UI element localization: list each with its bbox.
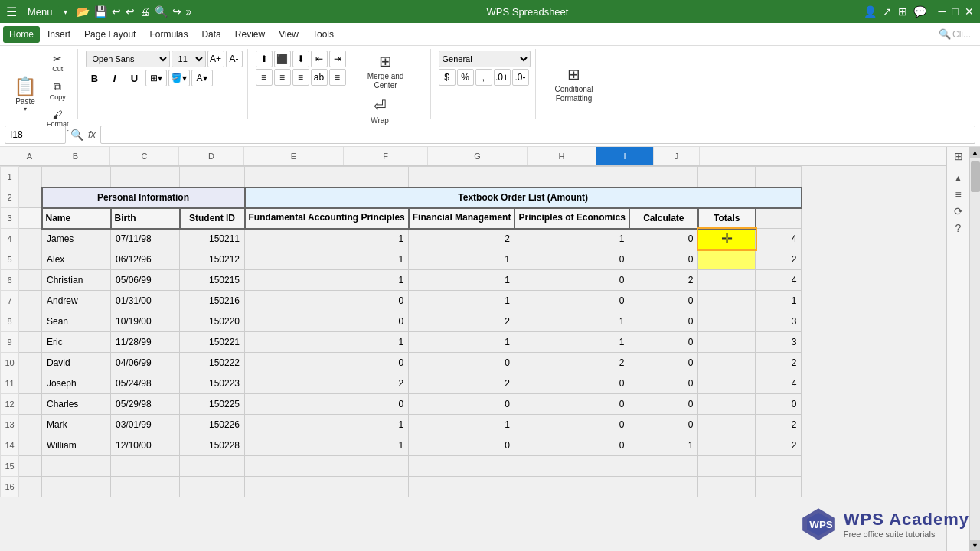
- search-icon[interactable]: 🔍: [939, 28, 951, 40]
- menu-review[interactable]: Review: [229, 26, 271, 43]
- cell-a2[interactable]: [19, 187, 42, 208]
- cell-g1[interactable]: [514, 167, 629, 187]
- vertical-scrollbar[interactable]: ▲ ▼: [969, 147, 980, 551]
- cell-sid-14[interactable]: 150228: [180, 435, 245, 456]
- font-size-decrease-button[interactable]: A-: [226, 51, 243, 67]
- cell-j11[interactable]: 4: [756, 373, 802, 394]
- dec-increase-button[interactable]: .0+: [494, 69, 511, 86]
- undo-icon[interactable]: ↩: [112, 5, 121, 18]
- row-header[interactable]: 8: [1, 311, 19, 332]
- cell-e7[interactable]: 0: [245, 291, 409, 311]
- justify-button[interactable]: ≡: [329, 69, 346, 86]
- font-color-button[interactable]: A▾: [191, 70, 213, 86]
- align-bottom-button[interactable]: ⬇: [292, 51, 309, 67]
- cell-birth-8[interactable]: 10/19/00: [111, 311, 180, 332]
- cell-h10[interactable]: 0: [629, 353, 698, 373]
- cell-h9[interactable]: 0: [629, 332, 698, 353]
- bold-button[interactable]: B: [86, 69, 104, 87]
- cell-f6[interactable]: 1: [409, 270, 515, 291]
- cell-e6[interactable]: 1: [245, 270, 409, 291]
- align-right-button[interactable]: ≡: [292, 69, 309, 86]
- cell-e4[interactable]: 1: [245, 229, 409, 249]
- cell-e13[interactable]: 1: [245, 415, 409, 435]
- cell-sid-13[interactable]: 150226: [180, 415, 245, 435]
- minimize-icon[interactable]: ─: [939, 5, 946, 18]
- cell-i11[interactable]: [698, 373, 756, 394]
- search-formula-icon[interactable]: 🔍: [70, 129, 83, 141]
- chat-icon[interactable]: 💬: [913, 5, 926, 18]
- row-header[interactable]: 5: [1, 249, 19, 270]
- row-header[interactable]: 13: [1, 415, 19, 435]
- cell-f9[interactable]: 1: [409, 332, 515, 353]
- cell-a7[interactable]: [19, 291, 42, 311]
- col-header-j[interactable]: J: [654, 147, 700, 165]
- cell-j12[interactable]: 0: [756, 394, 802, 415]
- cell-f4[interactable]: 2: [409, 229, 515, 249]
- cell-j3[interactable]: [756, 208, 802, 229]
- cell-j5[interactable]: 2: [756, 249, 802, 270]
- cell-f14[interactable]: 0: [409, 435, 515, 456]
- align-top-button[interactable]: ⬆: [256, 51, 273, 67]
- cell-a1[interactable]: [19, 167, 42, 187]
- menu-page-layout[interactable]: Page Layout: [78, 26, 142, 43]
- align-middle-button[interactable]: ⬛: [274, 51, 291, 67]
- cell-name-4[interactable]: James: [42, 229, 111, 249]
- col-header-c[interactable]: C: [110, 147, 179, 165]
- indent-dec-button[interactable]: ⇤: [311, 51, 328, 67]
- format-cells-icon[interactable]: ⊞: [954, 150, 963, 162]
- cell-a11[interactable]: [19, 373, 42, 394]
- menu-tools[interactable]: Tools: [306, 26, 340, 43]
- cell-e14[interactable]: 1: [245, 435, 409, 456]
- col-header-e[interactable]: E: [244, 147, 344, 165]
- cell-d15[interactable]: [180, 456, 245, 477]
- cell-i4-selected[interactable]: ✛: [698, 229, 756, 249]
- cell-a6[interactable]: [19, 270, 42, 291]
- percent-button[interactable]: %: [457, 69, 474, 86]
- scroll-thumb[interactable]: [971, 161, 980, 192]
- cell-i14[interactable]: [698, 435, 756, 456]
- borders-button[interactable]: ⊞▾: [145, 70, 167, 86]
- cell-b16[interactable]: [42, 477, 111, 497]
- cell-i12[interactable]: [698, 394, 756, 415]
- cell-j13[interactable]: 2: [756, 415, 802, 435]
- col-header-d[interactable]: D: [179, 147, 244, 165]
- cell-f7[interactable]: 1: [409, 291, 515, 311]
- open-icon[interactable]: 📂: [77, 5, 90, 18]
- view-icon[interactable]: ⊞: [898, 5, 907, 18]
- col-header-a[interactable]: A: [18, 147, 41, 165]
- cell-g6[interactable]: 0: [514, 270, 629, 291]
- cell-sid-6[interactable]: 150215: [180, 270, 245, 291]
- menu-insert[interactable]: Insert: [41, 26, 77, 43]
- right-tool-2[interactable]: ⟳: [954, 205, 963, 217]
- cell-e1[interactable]: [245, 167, 409, 187]
- cell-d1[interactable]: [180, 167, 245, 187]
- cell-j10[interactable]: 2: [756, 353, 802, 373]
- cell-birth-7[interactable]: 01/31/00: [111, 291, 180, 311]
- cell-j8[interactable]: 3: [756, 311, 802, 332]
- cell-a14[interactable]: [19, 435, 42, 456]
- cell-birth-11[interactable]: 05/24/98: [111, 373, 180, 394]
- maximize-icon[interactable]: □: [952, 5, 959, 18]
- cell-b1[interactable]: [42, 167, 111, 187]
- undo2-icon[interactable]: ↩: [126, 5, 135, 18]
- font-name-select[interactable]: Open Sans: [86, 51, 170, 67]
- row-header[interactable]: 2: [1, 187, 19, 208]
- cell-c16[interactable]: [111, 477, 180, 497]
- row-header[interactable]: 4: [1, 229, 19, 249]
- search-text[interactable]: Cli...: [952, 29, 971, 40]
- cell-birth-13[interactable]: 03/01/99: [111, 415, 180, 435]
- cell-j16[interactable]: [756, 477, 802, 497]
- cell-f13[interactable]: 1: [409, 415, 515, 435]
- cell-h8[interactable]: 0: [629, 311, 698, 332]
- font-size-increase-button[interactable]: A+: [207, 51, 224, 67]
- underline-button[interactable]: U: [126, 69, 144, 87]
- cell-e10[interactable]: 0: [245, 353, 409, 373]
- cell-h13[interactable]: 0: [629, 415, 698, 435]
- row-header[interactable]: 14: [1, 435, 19, 456]
- cell-f5[interactable]: 1: [409, 249, 515, 270]
- row-header[interactable]: 9: [1, 332, 19, 353]
- dropdown-arrow[interactable]: ▾: [64, 8, 67, 16]
- row-header[interactable]: 10: [1, 353, 19, 373]
- paste-button[interactable]: 📋 Paste ▾: [9, 64, 41, 125]
- cell-h5[interactable]: 0: [629, 249, 698, 270]
